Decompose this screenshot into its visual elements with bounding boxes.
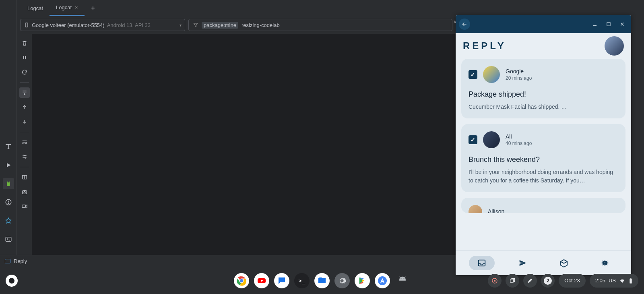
pause-button[interactable] xyxy=(19,52,30,63)
prev-button[interactable] xyxy=(19,102,30,112)
filter-input[interactable]: package:mine resizing-codelab xyxy=(188,19,452,31)
project-name[interactable]: Reply xyxy=(14,258,27,264)
terminal-icon[interactable] xyxy=(3,234,14,245)
launcher-button[interactable] xyxy=(6,275,18,287)
screenshot-button[interactable] xyxy=(19,186,30,197)
battery-icon xyxy=(629,277,633,284)
settings-button[interactable] xyxy=(19,151,30,162)
scroll-end-button[interactable] xyxy=(19,87,30,98)
system-tray: 2 Oct 23 2:05 US xyxy=(488,274,644,288)
settings-icon[interactable] xyxy=(334,273,350,288)
logcat-sidebar-tools xyxy=(17,34,32,255)
play-store-icon[interactable] xyxy=(355,273,370,288)
os-taskbar: >_ 2 Oct 23 2:05 US xyxy=(0,267,644,294)
separator xyxy=(20,132,29,132)
email-card[interactable]: Allison xyxy=(461,198,625,213)
clear-button[interactable] xyxy=(19,38,30,48)
sender-name: Allison xyxy=(488,208,504,213)
sender-name: Ali xyxy=(506,133,532,140)
tab-logcat-1[interactable]: Logcat xyxy=(21,0,50,16)
logcat-icon[interactable] xyxy=(3,178,14,189)
emulator-panel: REPLY Google 20 mins ago Package shipped… xyxy=(456,15,631,275)
svg-rect-39 xyxy=(494,280,495,282)
svg-rect-13 xyxy=(23,56,24,59)
run-icon[interactable] xyxy=(3,159,14,171)
files-icon[interactable] xyxy=(314,273,330,288)
date-pill[interactable]: Oct 23 xyxy=(559,274,585,288)
date-text: Oct 23 xyxy=(564,277,580,284)
messages-icon[interactable] xyxy=(274,273,289,288)
checkbox-icon[interactable] xyxy=(469,135,477,144)
profiler-icon[interactable] xyxy=(3,215,14,226)
android-icon[interactable] xyxy=(395,273,410,288)
svg-point-36 xyxy=(400,278,401,279)
avatar xyxy=(483,131,500,148)
svg-rect-14 xyxy=(25,56,26,59)
email-list[interactable]: Google 20 mins ago Package shipped! Cucu… xyxy=(456,59,631,250)
emulator-titlebar xyxy=(456,15,631,33)
svg-point-35 xyxy=(378,276,387,285)
time-text: 2:05 xyxy=(595,277,605,284)
keyboard-layout: US xyxy=(609,277,616,284)
tray-pen-icon[interactable] xyxy=(523,274,537,288)
back-button[interactable] xyxy=(459,19,470,30)
tray-overview-icon[interactable] xyxy=(506,274,519,288)
close-icon[interactable]: × xyxy=(75,4,78,10)
email-time: 40 mins ago xyxy=(506,141,532,146)
soft-wrap-button[interactable] xyxy=(19,137,30,147)
tab-label: Logcat xyxy=(56,4,72,10)
device-icon xyxy=(24,22,29,28)
add-tab-button[interactable] xyxy=(87,2,99,14)
email-subject: Package shipped! xyxy=(469,90,618,99)
app-header: REPLY xyxy=(456,33,631,59)
avatar xyxy=(469,205,482,213)
notifications-button[interactable]: 2 xyxy=(541,274,555,288)
logcat-body xyxy=(17,34,456,255)
restart-button[interactable] xyxy=(19,67,30,77)
svg-point-31 xyxy=(605,264,605,265)
svg-point-18 xyxy=(25,157,26,158)
filter-chip: package:mine xyxy=(202,22,238,29)
app-title: REPLY xyxy=(463,40,506,52)
text-tool-icon[interactable] xyxy=(3,141,14,152)
stop-record-button[interactable] xyxy=(488,274,502,288)
separator xyxy=(20,82,29,83)
maximize-button[interactable] xyxy=(603,19,614,30)
record-button[interactable] xyxy=(19,201,30,211)
terminal-icon[interactable]: >_ xyxy=(294,273,310,288)
app-shelf: >_ xyxy=(234,273,410,288)
filter-text: resizing-codelab xyxy=(242,22,280,28)
svg-rect-0 xyxy=(7,182,10,186)
android-studio-icon[interactable] xyxy=(375,273,390,288)
problems-icon[interactable] xyxy=(3,197,14,208)
device-target: Android 13, API 33 xyxy=(107,22,151,28)
next-button[interactable] xyxy=(19,116,30,127)
email-card[interactable]: Ali 40 mins ago Brunch this weekend? I'l… xyxy=(461,124,625,192)
svg-rect-42 xyxy=(630,278,632,278)
svg-rect-23 xyxy=(22,205,26,208)
email-time: 20 mins ago xyxy=(506,75,532,81)
log-output[interactable] xyxy=(32,34,456,255)
close-button[interactable] xyxy=(617,19,628,30)
svg-rect-6 xyxy=(6,237,11,242)
email-card[interactable]: Google 20 mins ago Package shipped! Cucu… xyxy=(461,59,625,118)
tab-logcat-2[interactable]: Logcat× xyxy=(50,0,85,16)
separator xyxy=(20,167,29,167)
email-subject: Brunch this weekend? xyxy=(469,155,618,164)
youtube-icon[interactable] xyxy=(254,273,269,288)
avatar[interactable] xyxy=(605,36,624,56)
status-pill[interactable]: 2:05 US xyxy=(590,274,638,288)
split-button[interactable] xyxy=(19,172,30,182)
svg-point-33 xyxy=(240,279,244,282)
svg-point-5 xyxy=(8,203,9,204)
svg-point-37 xyxy=(403,278,404,279)
checkbox-icon[interactable] xyxy=(469,70,477,79)
minimize-button[interactable] xyxy=(589,19,601,30)
email-excerpt: Cucumber Mask Facial has shipped. … xyxy=(469,103,618,111)
email-excerpt: I'll be in your neighborhood doing erran… xyxy=(469,168,618,185)
device-selector[interactable]: Google volteer (emulator-5554) Android 1… xyxy=(20,19,185,31)
tab-label: Logcat xyxy=(27,5,43,11)
logcat-toolbar: Google volteer (emulator-5554) Android 1… xyxy=(17,16,456,34)
chrome-icon[interactable] xyxy=(234,273,249,288)
svg-point-22 xyxy=(24,191,25,193)
